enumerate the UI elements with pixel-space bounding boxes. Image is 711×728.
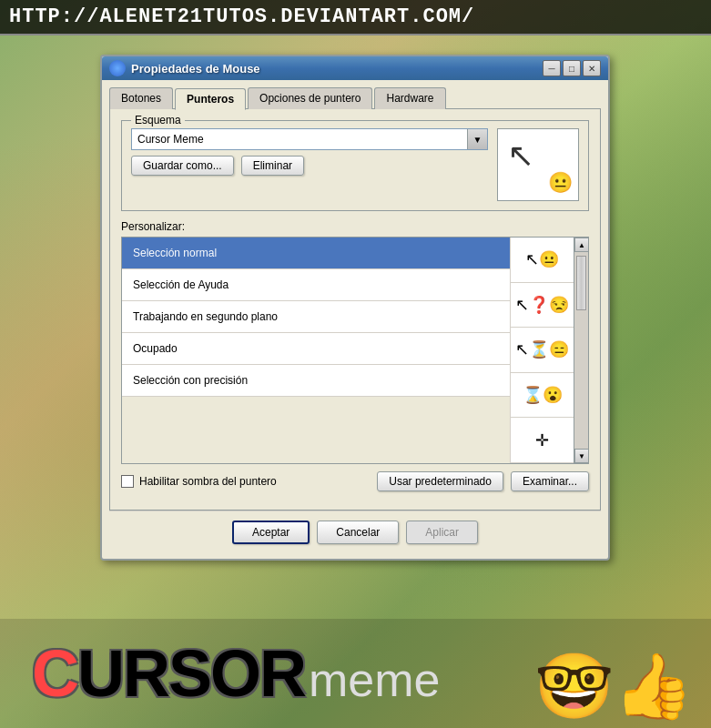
tab-content: Esquema Cursor Meme ▼ Guardar como... El… bbox=[109, 108, 601, 511]
list-item[interactable]: Selección de Ayuda bbox=[122, 269, 510, 301]
esquema-group: Esquema Cursor Meme ▼ Guardar como... El… bbox=[121, 120, 589, 211]
cursor-preview: ↖ 😐 bbox=[497, 128, 579, 201]
dialog-title: Propiedades de Mouse bbox=[131, 62, 537, 76]
dialog-body: Botones Punteros Opciones de puntero Har… bbox=[102, 80, 608, 559]
esquema-label: Esquema bbox=[131, 114, 185, 126]
cursor-icon-busy: ⌛😮 bbox=[511, 373, 574, 419]
banner-text: CURSOR meme bbox=[0, 636, 441, 711]
esquema-row: Cursor Meme ▼ Guardar como... Eliminar ↖… bbox=[131, 128, 579, 201]
scrollbar-track bbox=[574, 252, 588, 449]
scrollbar-up-button[interactable]: ▲ bbox=[574, 238, 589, 252]
url-text: HTTP://aLeneT21TuTos.deVianTarT.com/ bbox=[9, 5, 474, 28]
esquema-left: Cursor Meme ▼ Guardar como... Eliminar bbox=[131, 128, 488, 176]
scheme-dropdown[interactable]: Cursor Meme ▼ bbox=[131, 128, 488, 150]
shadow-row: Habilitar sombra del puntero Usar predet… bbox=[121, 471, 589, 491]
cursor-icon-help: ↖❓😒 bbox=[511, 283, 574, 329]
accept-button[interactable]: Aceptar bbox=[232, 521, 310, 544]
title-bar-icon bbox=[109, 60, 126, 76]
right-buttons: Usar predeterminado Examinar... bbox=[377, 471, 589, 491]
cursor-icon-normal: ↖😐 bbox=[511, 238, 574, 283]
mouse-properties-dialog: Propiedades de Mouse ─ □ ✕ Botones Punte… bbox=[100, 55, 610, 561]
cursor-icon-precision: ✛ bbox=[511, 418, 574, 463]
meme-label: meme bbox=[309, 652, 440, 707]
cancel-button[interactable]: Cancelar bbox=[317, 521, 399, 544]
scrollbar-down-button[interactable]: ▼ bbox=[574, 449, 589, 463]
cursor-icon-working: ↖⏳😑 bbox=[511, 328, 574, 373]
scrollbar-thumb[interactable] bbox=[576, 256, 586, 310]
dropdown-value: Cursor Meme bbox=[132, 128, 467, 150]
list-scrollbar[interactable]: ▲ ▼ bbox=[574, 238, 588, 463]
scheme-buttons: Guardar como... Eliminar bbox=[131, 156, 488, 176]
url-bar: HTTP://aLeneT21TuTos.deVianTarT.com/ bbox=[0, 0, 711, 35]
list-item[interactable]: Selección con precisión bbox=[122, 365, 510, 397]
apply-button[interactable]: Aplicar bbox=[406, 521, 478, 544]
save-as-button[interactable]: Guardar como... bbox=[131, 156, 234, 176]
cursor-icons-column: ↖😐 ↖❓😒 ↖⏳😑 ⌛😮 ✛ bbox=[510, 238, 574, 463]
shadow-label: Habilitar sombra del puntero bbox=[139, 475, 277, 488]
use-default-button[interactable]: Usar predeterminado bbox=[377, 471, 503, 491]
close-button[interactable]: ✕ bbox=[583, 60, 601, 76]
minimize-button[interactable]: ─ bbox=[543, 60, 561, 76]
examine-button[interactable]: Examinar... bbox=[511, 471, 589, 491]
personalizar-label: Personalizar: bbox=[121, 220, 589, 233]
maximize-button[interactable]: □ bbox=[563, 60, 581, 76]
dropdown-arrow-icon[interactable]: ▼ bbox=[467, 129, 487, 149]
preview-cursor-icon: ↖ bbox=[507, 136, 534, 175]
delete-button[interactable]: Eliminar bbox=[241, 156, 304, 176]
list-item[interactable]: Selección normal bbox=[122, 238, 510, 269]
list-item[interactable]: Trabajando en segundo plano bbox=[122, 301, 510, 333]
title-bar: Propiedades de Mouse ─ □ ✕ bbox=[102, 56, 608, 80]
tab-botones[interactable]: Botones bbox=[109, 87, 173, 109]
tab-punteros[interactable]: Punteros bbox=[175, 88, 246, 110]
shadow-checkbox[interactable] bbox=[121, 475, 134, 488]
tab-hardware[interactable]: Hardware bbox=[374, 87, 445, 109]
tab-bar: Botones Punteros Opciones de puntero Har… bbox=[109, 87, 601, 109]
tab-opciones[interactable]: Opciones de puntero bbox=[248, 87, 372, 109]
title-bar-buttons: ─ □ ✕ bbox=[543, 60, 601, 76]
bottom-banner: CURSOR meme 🤓👍 bbox=[0, 619, 711, 728]
dialog-footer: Aceptar Cancelar Aplicar bbox=[109, 511, 601, 551]
cursor-list-items: Selección normal Selección de Ayuda Trab… bbox=[122, 238, 510, 463]
cursor-label: CURSOR bbox=[14, 636, 305, 711]
cursor-list: Selección normal Selección de Ayuda Trab… bbox=[121, 237, 589, 464]
meme-face-icon: 🤓👍 bbox=[534, 649, 693, 723]
preview-meme-face: 😐 bbox=[548, 171, 573, 195]
list-item[interactable]: Ocupado bbox=[122, 333, 510, 365]
